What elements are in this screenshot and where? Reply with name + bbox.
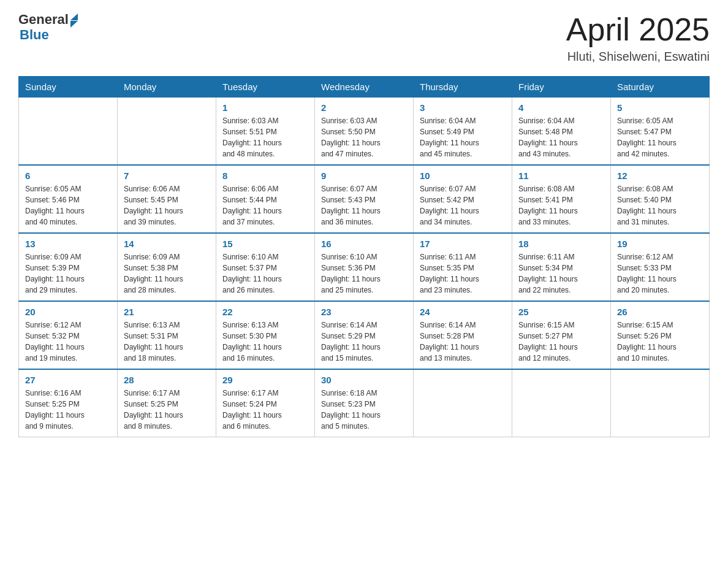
day-number: 19 (617, 239, 703, 249)
logo-text-general: General (18, 12, 69, 27)
day-cell-2-2: 15Sunrise: 6:10 AM Sunset: 5:37 PM Dayli… (216, 233, 315, 301)
day-number: 24 (420, 307, 506, 317)
day-number: 17 (420, 239, 506, 249)
day-number: 18 (518, 239, 604, 249)
header-tuesday: Tuesday (216, 77, 315, 98)
day-info: Sunrise: 6:12 AM Sunset: 5:32 PM Dayligh… (25, 320, 111, 364)
day-info: Sunrise: 6:04 AM Sunset: 5:48 PM Dayligh… (518, 115, 604, 159)
day-cell-2-5: 18Sunrise: 6:11 AM Sunset: 5:34 PM Dayli… (512, 233, 611, 301)
day-info: Sunrise: 6:03 AM Sunset: 5:51 PM Dayligh… (222, 115, 308, 159)
calendar-table: Sunday Monday Tuesday Wednesday Thursday… (18, 76, 710, 437)
day-info: Sunrise: 6:14 AM Sunset: 5:28 PM Dayligh… (420, 320, 506, 364)
day-number: 27 (25, 375, 111, 385)
day-cell-4-6 (611, 369, 710, 437)
day-cell-4-3: 30Sunrise: 6:18 AM Sunset: 5:23 PM Dayli… (315, 369, 414, 437)
page-header: General Blue April 2025 Hluti, Shiselwen… (18, 12, 710, 64)
day-cell-0-3: 2Sunrise: 6:03 AM Sunset: 5:50 PM Daylig… (315, 98, 414, 166)
day-info: Sunrise: 6:17 AM Sunset: 5:25 PM Dayligh… (124, 388, 210, 432)
day-number: 29 (222, 375, 308, 385)
day-number: 26 (617, 307, 703, 317)
day-cell-3-3: 23Sunrise: 6:14 AM Sunset: 5:29 PM Dayli… (315, 301, 414, 369)
week-row-5: 27Sunrise: 6:16 AM Sunset: 5:25 PM Dayli… (19, 369, 710, 437)
week-row-3: 13Sunrise: 6:09 AM Sunset: 5:39 PM Dayli… (19, 233, 710, 301)
day-cell-1-4: 10Sunrise: 6:07 AM Sunset: 5:42 PM Dayli… (414, 165, 512, 233)
day-number: 4 (518, 102, 604, 113)
day-number: 10 (420, 170, 506, 181)
day-info: Sunrise: 6:03 AM Sunset: 5:50 PM Dayligh… (321, 115, 407, 159)
day-cell-4-2: 29Sunrise: 6:17 AM Sunset: 5:24 PM Dayli… (216, 369, 315, 437)
day-cell-3-0: 20Sunrise: 6:12 AM Sunset: 5:32 PM Dayli… (19, 301, 118, 369)
day-cell-3-4: 24Sunrise: 6:14 AM Sunset: 5:28 PM Dayli… (414, 301, 512, 369)
day-cell-1-6: 12Sunrise: 6:08 AM Sunset: 5:40 PM Dayli… (611, 165, 710, 233)
day-number: 1 (222, 102, 308, 113)
day-number: 14 (124, 239, 210, 249)
day-info: Sunrise: 6:09 AM Sunset: 5:39 PM Dayligh… (25, 251, 111, 296)
day-info: Sunrise: 6:11 AM Sunset: 5:35 PM Dayligh… (420, 251, 506, 296)
day-cell-0-1 (118, 98, 216, 166)
day-info: Sunrise: 6:18 AM Sunset: 5:23 PM Dayligh… (321, 388, 407, 432)
day-number: 23 (321, 307, 407, 317)
day-number: 5 (617, 102, 703, 113)
day-info: Sunrise: 6:05 AM Sunset: 5:47 PM Dayligh… (617, 115, 703, 159)
day-number: 25 (518, 307, 604, 317)
day-number: 6 (25, 170, 111, 181)
day-info: Sunrise: 6:12 AM Sunset: 5:33 PM Dayligh… (617, 251, 703, 296)
weekday-header-row: Sunday Monday Tuesday Wednesday Thursday… (19, 77, 710, 98)
day-cell-0-0 (19, 98, 118, 166)
day-number: 21 (124, 307, 210, 317)
day-number: 13 (25, 239, 111, 249)
week-row-4: 20Sunrise: 6:12 AM Sunset: 5:32 PM Dayli… (19, 301, 710, 369)
day-cell-4-1: 28Sunrise: 6:17 AM Sunset: 5:25 PM Dayli… (118, 369, 216, 437)
day-cell-3-1: 21Sunrise: 6:13 AM Sunset: 5:31 PM Dayli… (118, 301, 216, 369)
day-number: 22 (222, 307, 308, 317)
day-cell-2-6: 19Sunrise: 6:12 AM Sunset: 5:33 PM Dayli… (611, 233, 710, 301)
day-cell-2-1: 14Sunrise: 6:09 AM Sunset: 5:38 PM Dayli… (118, 233, 216, 301)
day-cell-1-0: 6Sunrise: 6:05 AM Sunset: 5:46 PM Daylig… (19, 165, 118, 233)
day-info: Sunrise: 6:07 AM Sunset: 5:42 PM Dayligh… (420, 183, 506, 228)
logo-text-blue: Blue (20, 28, 78, 42)
day-number: 8 (222, 170, 308, 181)
day-info: Sunrise: 6:05 AM Sunset: 5:46 PM Dayligh… (25, 183, 111, 228)
day-number: 12 (617, 170, 703, 181)
day-number: 3 (420, 102, 506, 113)
week-row-1: 1Sunrise: 6:03 AM Sunset: 5:51 PM Daylig… (19, 98, 710, 166)
day-info: Sunrise: 6:08 AM Sunset: 5:40 PM Dayligh… (617, 183, 703, 228)
header-saturday: Saturday (611, 77, 710, 98)
day-info: Sunrise: 6:10 AM Sunset: 5:36 PM Dayligh… (321, 251, 407, 296)
day-info: Sunrise: 6:04 AM Sunset: 5:49 PM Dayligh… (420, 115, 506, 159)
title-block: April 2025 Hluti, Shiselweni, Eswatini (566, 12, 710, 64)
day-cell-2-0: 13Sunrise: 6:09 AM Sunset: 5:39 PM Dayli… (19, 233, 118, 301)
day-info: Sunrise: 6:15 AM Sunset: 5:27 PM Dayligh… (518, 320, 604, 364)
week-row-2: 6Sunrise: 6:05 AM Sunset: 5:46 PM Daylig… (19, 165, 710, 233)
day-number: 30 (321, 375, 407, 385)
day-cell-4-5 (512, 369, 611, 437)
day-info: Sunrise: 6:11 AM Sunset: 5:34 PM Dayligh… (518, 251, 604, 296)
day-info: Sunrise: 6:09 AM Sunset: 5:38 PM Dayligh… (124, 251, 210, 296)
day-cell-0-5: 4Sunrise: 6:04 AM Sunset: 5:48 PM Daylig… (512, 98, 611, 166)
day-cell-1-2: 8Sunrise: 6:06 AM Sunset: 5:44 PM Daylig… (216, 165, 315, 233)
day-number: 15 (222, 239, 308, 249)
day-cell-1-1: 7Sunrise: 6:06 AM Sunset: 5:45 PM Daylig… (118, 165, 216, 233)
day-info: Sunrise: 6:06 AM Sunset: 5:45 PM Dayligh… (124, 183, 210, 228)
day-info: Sunrise: 6:06 AM Sunset: 5:44 PM Dayligh… (222, 183, 308, 228)
day-cell-1-3: 9Sunrise: 6:07 AM Sunset: 5:43 PM Daylig… (315, 165, 414, 233)
day-cell-3-6: 26Sunrise: 6:15 AM Sunset: 5:26 PM Dayli… (611, 301, 710, 369)
day-cell-0-6: 5Sunrise: 6:05 AM Sunset: 5:47 PM Daylig… (611, 98, 710, 166)
day-number: 2 (321, 102, 407, 113)
day-cell-3-2: 22Sunrise: 6:13 AM Sunset: 5:30 PM Dayli… (216, 301, 315, 369)
header-thursday: Thursday (414, 77, 512, 98)
header-monday: Monday (118, 77, 216, 98)
day-cell-0-4: 3Sunrise: 6:04 AM Sunset: 5:49 PM Daylig… (414, 98, 512, 166)
day-cell-2-4: 17Sunrise: 6:11 AM Sunset: 5:35 PM Dayli… (414, 233, 512, 301)
day-info: Sunrise: 6:07 AM Sunset: 5:43 PM Dayligh… (321, 183, 407, 228)
day-cell-4-4 (414, 369, 512, 437)
day-number: 20 (25, 307, 111, 317)
day-cell-3-5: 25Sunrise: 6:15 AM Sunset: 5:27 PM Dayli… (512, 301, 611, 369)
location-title: Hluti, Shiselweni, Eswatini (566, 50, 710, 64)
day-info: Sunrise: 6:13 AM Sunset: 5:31 PM Dayligh… (124, 320, 210, 364)
day-info: Sunrise: 6:08 AM Sunset: 5:41 PM Dayligh… (518, 183, 604, 228)
day-cell-2-3: 16Sunrise: 6:10 AM Sunset: 5:36 PM Dayli… (315, 233, 414, 301)
day-cell-4-0: 27Sunrise: 6:16 AM Sunset: 5:25 PM Dayli… (19, 369, 118, 437)
day-number: 16 (321, 239, 407, 249)
day-info: Sunrise: 6:17 AM Sunset: 5:24 PM Dayligh… (222, 388, 308, 432)
